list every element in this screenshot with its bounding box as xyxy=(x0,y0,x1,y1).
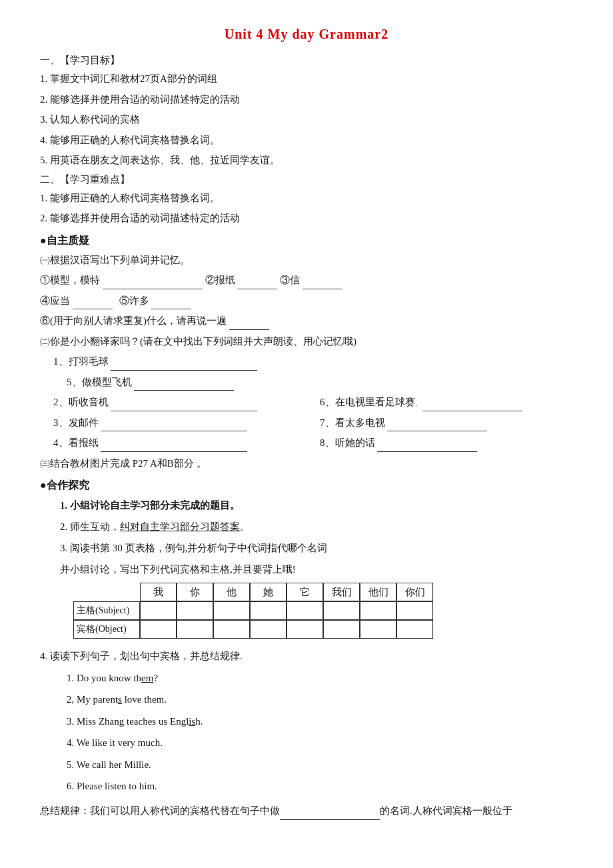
cooperative-heading: ●合作探究 xyxy=(40,479,573,493)
object-cell-6 xyxy=(323,620,360,639)
subject-cells xyxy=(140,601,433,620)
blank-6b xyxy=(422,399,522,411)
item-label: 2、听收音机 xyxy=(53,397,109,407)
section-learning-goals: 一、【学习目标】 1. 掌握文中词汇和教材27页A部分的词组 2. 能够选择并使… xyxy=(40,54,573,169)
object-cell-7 xyxy=(360,620,396,639)
coop-text-2-underline: 纠对自主学习部分习题答案 xyxy=(120,521,240,532)
sub1-row3: ⑥(用于向别人请求重复)什么，请再说一遍 xyxy=(40,313,573,330)
blank-5 xyxy=(151,297,191,309)
pronoun-header-row: 我 你 他 她 它 我们 他们 你们 xyxy=(73,583,573,601)
self-study-heading: ●自主质疑 xyxy=(40,234,573,248)
pronoun-你们: 你们 xyxy=(396,583,433,601)
coop-text-2b: 。 xyxy=(240,521,250,532)
sub2-row-5: 5、做模型飞机 xyxy=(67,374,573,391)
example-text-2b: love them. xyxy=(122,694,167,705)
example-5: 5. We call her Millie. xyxy=(67,757,573,774)
subject-cell-4 xyxy=(250,601,287,620)
page-container: Unit 4 My day Grammar2 一、【学习目标】 1. 掌握文中词… xyxy=(40,27,573,820)
blank-1-5a xyxy=(111,359,257,371)
list-item: 2. 能够选择并使用合适的动词描述特定的活动 xyxy=(40,210,573,227)
example-text-3b: h. xyxy=(195,716,203,727)
sub3-label: ㈢结合教材图片完成 P27 A和B部分 。 xyxy=(40,455,573,473)
item-label: 7、看太多电视 xyxy=(320,417,385,428)
pronoun-cells-header: 我 你 他 她 它 我们 他们 你们 xyxy=(140,583,433,601)
subject-cell-5 xyxy=(287,601,323,620)
summary-line: 总结规律：我们可以用人称代词的宾格代替在句子中做的名词.人称代词宾格一般位于 xyxy=(40,802,573,820)
object-label: 宾格(Object) xyxy=(73,620,140,639)
summary-blank xyxy=(280,808,380,820)
section1-heading: 一、【学习目标】 xyxy=(40,54,573,67)
sub2-label: ㈡你是小小翻译家吗？(请在文中找出下列词组并大声朗读、用心记忆哦) xyxy=(40,333,573,351)
subject-cell-6 xyxy=(323,601,360,620)
blank-7b xyxy=(387,419,487,431)
pronoun-他们: 他们 xyxy=(360,583,396,601)
example-underline-3: is xyxy=(189,716,195,727)
coop-item-1: 1. 小组讨论自主学习部分未完成的题目。 xyxy=(60,497,573,515)
example-text-3: 3. Miss Zhang teaches us Engl xyxy=(67,716,189,727)
sub1-label: ㈠根据汉语写出下列单词并记忆。 xyxy=(40,252,573,269)
example-3: 3. Miss Zhang teaches us English. xyxy=(67,713,573,731)
subject-label: 主格(Subject) xyxy=(73,601,140,620)
blank-6 xyxy=(229,318,269,330)
example-text-2: 2, My parent xyxy=(67,694,118,705)
item-num: ③信 xyxy=(280,275,300,285)
subject-row: 主格(Subject) xyxy=(73,601,573,620)
example-4: 4. We like it very much. xyxy=(67,735,573,752)
list-item: 4. 能够用正确的人称代词宾格替换名词。 xyxy=(40,132,573,149)
pronoun-area: 我 你 他 她 它 我们 他们 你们 主格(Subject) xyxy=(73,583,573,639)
item-num: ④应当 xyxy=(40,295,70,306)
section2-heading: 二、【学习重难点】 xyxy=(40,173,573,186)
pronoun-我们: 我们 xyxy=(323,583,360,601)
item-label: 4、看报纸 xyxy=(53,437,99,448)
item-label: 3、发邮件 xyxy=(53,417,99,428)
page-title: Unit 4 My day Grammar2 xyxy=(40,27,573,42)
example-text-1: 1. Do you know th xyxy=(67,673,141,683)
object-cell-2 xyxy=(177,620,213,639)
section-key-points: 二、【学习重难点】 1. 能够用正确的人称代词宾格替换名词。 2. 能够选择并使… xyxy=(40,173,573,227)
col-6: 6、在电视里看足球赛。 xyxy=(320,394,573,411)
sub1-row1: ①模型，模特 ②报纸 ③信 xyxy=(40,272,573,289)
list-item: 1. 能够用正确的人称代词宾格替换名词。 xyxy=(40,190,573,207)
col-3: 3、发邮件 xyxy=(53,415,306,432)
coop-item-2: 2. 师生互动，纠对自主学习部分习题答案。 xyxy=(60,518,573,536)
coop-text-4: 读读下列句子，划出句中宾格，并总结规律. xyxy=(50,651,243,661)
item-num: ②报纸 xyxy=(205,275,235,285)
coop-num-1: 1. xyxy=(60,500,67,511)
example-1: 1. Do you know them? xyxy=(67,670,573,687)
sub2-row-3-7: 3、发邮件 7、看太多电视 xyxy=(53,415,573,432)
object-cell-5 xyxy=(287,620,323,639)
blank-1 xyxy=(103,277,203,289)
sub1-row2: ④应当 ⑤许多 xyxy=(40,293,573,310)
pronoun-你: 你 xyxy=(177,583,213,601)
dot-mark: 。 xyxy=(415,401,420,407)
object-row: 宾格(Object) xyxy=(73,620,573,639)
blank-5b xyxy=(134,379,234,391)
list-item: 1. 掌握文中词汇和教材27页A部分的词组 xyxy=(40,71,573,88)
example-6: 6. Please listen to him. xyxy=(67,778,573,795)
item-label: 8、听她的话 xyxy=(320,437,375,448)
item-label: 1、打羽毛球 xyxy=(53,356,109,367)
summary-text-after: 的名词.人称代词宾格一般位于 xyxy=(380,805,512,816)
object-cell-3 xyxy=(213,620,250,639)
item-label: 5、做模型飞机 xyxy=(67,377,132,387)
example-underline-1: em xyxy=(141,673,153,683)
item-num: ⑥(用于向别人请求重复)什么，请再说一遍 xyxy=(40,315,227,326)
coop-text-2: 师生互动， xyxy=(70,521,120,532)
list-item: 3. 认知人称代词的宾格 xyxy=(40,111,573,129)
example-text-1b: ? xyxy=(153,673,158,683)
section-cooperative: ●合作探究 1. 小组讨论自主学习部分未完成的题目。 2. 师生互动，纠对自主学… xyxy=(40,479,573,820)
subject-cell-2 xyxy=(177,601,213,620)
blank-2 xyxy=(237,277,277,289)
summary-text-before: 总结规律：我们可以用人称代词的宾格代替在句子中做 xyxy=(40,805,280,816)
coop-text-3: 阅读书第 30 页表格，例句,并分析句子中代词指代哪个名词 xyxy=(70,543,327,553)
subject-cell-7 xyxy=(360,601,396,620)
item-num: ①模型，模特 xyxy=(40,275,100,285)
subject-cell-3 xyxy=(213,601,250,620)
example-text-5: 5. We call her Millie. xyxy=(67,759,151,770)
example-text-4: 4. We like it very much. xyxy=(67,737,163,748)
coop-num-2: 2. xyxy=(60,521,67,532)
blank-3a xyxy=(101,419,247,431)
item-num: ⑤许多 xyxy=(119,295,149,306)
coop-text-3b: 并小组讨论，写出下列代词宾格和主格,并且要背上哦! xyxy=(60,564,296,575)
object-cells xyxy=(140,620,433,639)
